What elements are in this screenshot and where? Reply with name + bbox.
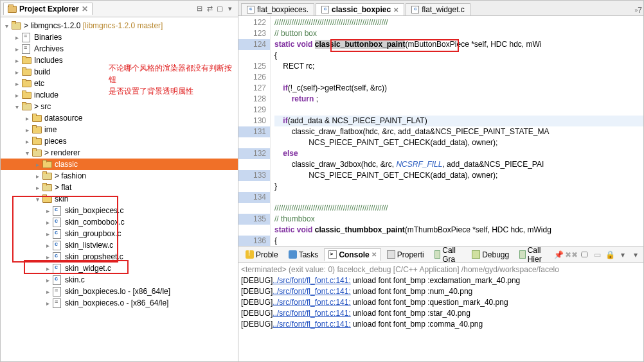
explorer-title-tab[interactable]: Project Explorer ✕	[3, 3, 93, 15]
console-output[interactable]: <terminated> (exit value: 0) facelock_de…	[238, 263, 643, 361]
tree-item-skin-combobox-c[interactable]: ▸skin_combobox.c	[1, 216, 238, 228]
cfile-icon	[52, 252, 62, 261]
twistie-icon[interactable]: ▸	[12, 92, 21, 99]
open-console-icon[interactable]: ▾	[618, 250, 628, 260]
console-link[interactable]: ../src/font/fl_font.c:141:	[273, 276, 350, 285]
view-menu-icon[interactable]: ▾	[225, 4, 235, 14]
tree-root[interactable]: ▾ > libmgncs-1.2.0 [libmgncs-1.2.0 maste…	[1, 20, 238, 31]
twistie-icon[interactable]: ▾	[22, 150, 31, 157]
twistie-icon[interactable]: ▸	[22, 126, 31, 134]
twistie-icon[interactable]: ▸	[43, 277, 52, 284]
cfile-icon	[52, 241, 62, 250]
tree-item-skin-propsheet-c[interactable]: ▸skin_propsheet.c	[1, 251, 238, 263]
tree-item-archives[interactable]: ▸Archives	[1, 43, 238, 55]
twistie-icon[interactable]: ▸	[33, 161, 42, 168]
tree-label: build	[33, 67, 50, 76]
project-tree[interactable]: ▾ > libmgncs-1.2.0 [libmgncs-1.2.0 maste…	[1, 17, 238, 361]
twistie-icon[interactable]: ▸	[12, 46, 21, 53]
bottom-tab-console[interactable]: Console ✕	[324, 248, 380, 261]
twistie-icon[interactable]: ▾	[33, 196, 42, 203]
bottom-tab-tasks[interactable]: Tasks	[284, 248, 323, 261]
twistie-icon[interactable]: ▸	[43, 242, 52, 249]
new-console-icon[interactable]: ▾	[631, 250, 641, 260]
bin-icon	[52, 287, 62, 296]
bottom-tab-call-hier[interactable]: Call Hier	[515, 244, 552, 266]
tree-label: > libmgncs-1.2.0	[24, 21, 80, 30]
cfile-icon	[52, 206, 62, 215]
tree-label: skin_boxpieces.c	[64, 206, 123, 215]
twistie-icon[interactable]: ▸	[43, 230, 52, 237]
tree-item-skin-boxpieces-c[interactable]: ▸skin_boxpieces.c	[1, 205, 238, 216]
scroll-lock-icon[interactable]: 🔒	[605, 250, 615, 260]
tree-item-skin-boxpieces-o-x86-64-le-[interactable]: ▸skin_boxpieces.o - [x86_64/le]	[1, 297, 238, 309]
tree-item-build[interactable]: ▸build	[1, 66, 238, 78]
twistie-icon[interactable]: ▸	[33, 184, 42, 191]
tree-item-classic[interactable]: ▸classic	[1, 159, 238, 170]
tree-item-flat[interactable]: ▸> flat	[1, 182, 238, 193]
twistie-icon[interactable]: ▸	[22, 115, 31, 122]
clear-icon[interactable]: ▭	[592, 250, 602, 260]
tree-item-skin-widget-c[interactable]: ▸skin_widget.c	[1, 263, 238, 274]
twistie-icon[interactable]: ▸	[43, 288, 52, 295]
call-icon	[434, 250, 440, 259]
display-icon[interactable]: 🖵	[579, 250, 589, 260]
folder-icon	[31, 148, 42, 157]
bottom-tab-proble[interactable]: Proble	[241, 248, 283, 261]
twistie-icon[interactable]: ▸	[43, 219, 52, 226]
tree-item-datasource[interactable]: ▸datasource	[1, 112, 238, 124]
editor-tab-1[interactable]: classic_boxpiec ✕	[316, 3, 404, 15]
tree-item-renderer[interactable]: ▾> renderer	[1, 147, 238, 159]
folder-icon	[31, 125, 42, 134]
close-icon[interactable]: ✕	[371, 251, 377, 258]
tree-item-binaries[interactable]: ▸Binaries	[1, 31, 238, 43]
console-link[interactable]: ../src/font/fl_font.c:141:	[273, 320, 350, 329]
twistie-icon[interactable]: ▸	[43, 254, 52, 261]
twistie-icon[interactable]: ▸	[43, 300, 52, 307]
tree-item-fashion[interactable]: ▸> fashion	[1, 170, 238, 182]
tree-label: skin_widget.c	[64, 264, 111, 273]
editor-tab-2[interactable]: flat_widget.c	[406, 3, 470, 15]
close-icon[interactable]: ✕	[393, 6, 398, 13]
twistie-icon[interactable]: ▾	[2, 22, 11, 30]
twistie-icon[interactable]: ▸	[12, 80, 21, 87]
tree-item-ime[interactable]: ▸ime	[1, 124, 238, 135]
tab-label: classic_boxpiec	[332, 5, 391, 14]
tree-item-skin-groupbox-c[interactable]: ▸skin_groupbox.c	[1, 228, 238, 239]
twistie-icon[interactable]: ▾	[12, 103, 21, 110]
console-link[interactable]: ../src/font/fl_font.c:141:	[273, 298, 350, 307]
tree-item-include[interactable]: ▸include	[1, 89, 238, 101]
twistie-icon[interactable]: ▸	[43, 265, 52, 272]
tree-item-src[interactable]: ▾> src	[1, 101, 238, 112]
bottom-tab-call-gra[interactable]: Call Gra	[430, 244, 466, 266]
editor-tab-0[interactable]: flat_boxpieces.	[241, 3, 314, 15]
editor-overflow-icon[interactable]: »7	[633, 5, 643, 15]
twistie-icon[interactable]: ▸	[12, 69, 21, 76]
twistie-icon[interactable]: ▸	[43, 207, 52, 214]
pin-icon[interactable]: 📌	[553, 250, 564, 260]
console-link[interactable]: ../src/font/fl_font.c:141:	[273, 287, 350, 296]
tree-item-skin-listview-c[interactable]: ▸skin_listview.c	[1, 239, 238, 251]
tree-item-skin[interactable]: ▾skin	[1, 193, 238, 205]
console-link[interactable]: ../src/font/fl_font.c:141:	[273, 309, 350, 318]
tree-item-pieces[interactable]: ▸pieces	[1, 135, 238, 147]
bottom-tab-debugg[interactable]: Debugg	[467, 248, 514, 261]
twistie-icon[interactable]: ▸	[33, 173, 42, 180]
tree-item-skin-c[interactable]: ▸skin.c	[1, 274, 238, 286]
task-icon	[289, 250, 297, 259]
close-icon[interactable]: ✕	[82, 4, 88, 13]
link-editor-icon[interactable]: ⇄	[204, 4, 215, 14]
twistie-icon[interactable]: ▸	[12, 34, 21, 41]
collapse-all-icon[interactable]: ⊟	[194, 4, 204, 14]
tab-label: flat_widget.c	[422, 5, 465, 14]
code-editor[interactable]: 1221231241251261271281291301311321331341…	[238, 16, 643, 246]
tree-item-etc[interactable]: ▸etc	[1, 78, 238, 89]
focus-icon[interactable]: ▢	[215, 4, 225, 14]
cons-icon	[328, 250, 337, 259]
remove-terminated-icon[interactable]: ✖✖	[566, 250, 577, 260]
bottom-tab-properti[interactable]: Properti	[382, 248, 429, 261]
twistie-icon[interactable]: ▸	[12, 57, 21, 64]
tree-item-includes[interactable]: ▸Includes	[1, 55, 238, 66]
code-area[interactable]: ////////////////////////////////////////…	[271, 16, 643, 246]
twistie-icon[interactable]: ▸	[22, 138, 31, 145]
tree-item-skin-boxpieces-lo-x86-64-le-[interactable]: ▸skin_boxpieces.lo - [x86_64/le]	[1, 286, 238, 297]
